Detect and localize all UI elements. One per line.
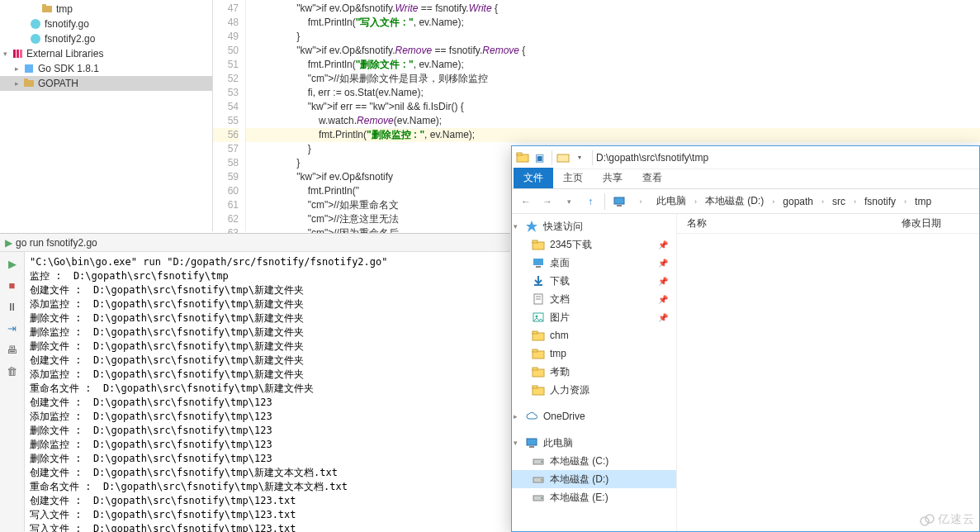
code-line[interactable]: "cm">//如果删除文件是目录，则移除监控 <box>246 72 980 86</box>
titlebar-dropdown-icon[interactable]: ▾ <box>572 150 587 165</box>
crumb-segment[interactable]: 本地磁盘 (D:) <box>702 192 767 210</box>
explorer-titlebar[interactable]: ▣ ▾ D:\gopath\src\fsnotify\tmp <box>512 146 979 169</box>
pc-icon[interactable] <box>610 192 628 211</box>
nav-label: 此电脑 <box>543 436 573 450</box>
pin-icon: 📌 <box>658 259 668 268</box>
crumb-segment[interactable]: 此电脑 <box>653 192 689 210</box>
console-output[interactable]: "C:\Go\bin\go.exe" run "D:/gopath/src/fs… <box>25 252 510 532</box>
tree-label: tmp <box>56 3 73 15</box>
navpane-item[interactable]: 本地磁盘 (E:) <box>512 488 676 506</box>
project-tree: tmpfsnotify.gofsnotify2.go▾External Libr… <box>0 0 213 231</box>
tree-item-tmp[interactable]: tmp <box>0 2 212 17</box>
print-button[interactable]: 🖶 <box>4 341 21 358</box>
navpane-item[interactable]: 2345下载📌 <box>512 235 676 254</box>
navpane-item[interactable]: ▾此电脑 <box>512 434 676 452</box>
svg-rect-34 <box>527 439 537 445</box>
navpane-item[interactable]: 人力资源 <box>512 381 676 399</box>
nav-icon <box>532 473 545 486</box>
rerun-button[interactable]: ▶ <box>4 255 21 272</box>
column-name[interactable]: 名称 <box>677 216 892 230</box>
navpane-item[interactable]: 文档📌 <box>512 290 676 308</box>
code-line[interactable]: w.watch.Remove(ev.Name); <box>246 114 980 128</box>
crumb-segment[interactable]: gopath <box>779 194 817 209</box>
tree-item-go-sdk-1-8-1[interactable]: ▸Go SDK 1.8.1 <box>0 61 212 76</box>
chevron-right-icon[interactable]: › <box>691 196 700 207</box>
navpane-item[interactable]: 本地磁盘 (D:) <box>512 470 676 488</box>
ribbon-tab-0[interactable]: 文件 <box>514 168 553 188</box>
crumb-segment[interactable]: src <box>829 194 849 209</box>
nav-label: 人力资源 <box>550 383 589 397</box>
chevron-right-icon[interactable]: › <box>818 196 827 207</box>
navpane-item[interactable]: tmp <box>512 344 676 363</box>
chevron-right-icon[interactable]: › <box>769 196 778 207</box>
properties-icon[interactable]: ▣ <box>532 150 547 165</box>
nav-icon <box>532 491 545 504</box>
code-line[interactable]: "kw">if ev.Op&fsnotify.Remove == fsnotif… <box>246 44 980 58</box>
crumb-segment[interactable]: fsnotify <box>861 194 899 209</box>
nav-icon <box>532 347 545 360</box>
nav-label: 本地磁盘 (C:) <box>550 454 608 468</box>
code-line[interactable]: } <box>246 30 980 44</box>
navpane-item[interactable]: 下载📌 <box>512 272 676 290</box>
svg-rect-7 <box>25 64 33 73</box>
delete-button[interactable]: 🗑 <box>4 363 21 379</box>
watermark: 亿速云 <box>920 512 975 527</box>
explorer-content[interactable]: 名称 修改日期 <box>677 214 979 531</box>
navpane-item[interactable]: 桌面📌 <box>512 254 676 272</box>
new-folder-icon[interactable] <box>556 150 570 165</box>
stop-button[interactable]: ■ <box>4 277 21 293</box>
ribbon-tab-1[interactable]: 主页 <box>553 168 593 188</box>
crumb-chevron-icon[interactable]: › <box>632 192 650 211</box>
svg-rect-31 <box>533 368 537 370</box>
export-button[interactable]: ⇥ <box>4 320 21 336</box>
navpane-item[interactable]: 考勤 <box>512 363 676 381</box>
nav-icon <box>532 383 545 397</box>
nav-icon <box>532 274 545 287</box>
nav-icon <box>525 436 538 449</box>
nav-icon <box>532 292 545 306</box>
code-line[interactable]: fmt.Println("写入文件 : ", ev.Name); <box>246 16 980 30</box>
nav-icon <box>532 256 545 269</box>
svg-point-25 <box>536 316 538 318</box>
tree-item-fsnotify2-go[interactable]: fsnotify2.go <box>0 31 212 46</box>
chevron-right-icon[interactable]: › <box>850 196 859 207</box>
nav-icon <box>525 410 538 423</box>
run-tab[interactable]: ▶ go run fsnotify2.go <box>0 234 510 252</box>
breadcrumb[interactable]: 此电脑›本地磁盘 (D:)›gopath›src›fsnotify›tmp <box>653 192 935 210</box>
navpane-item[interactable]: ▾快速访问 <box>512 217 676 235</box>
folder-icon <box>515 150 530 165</box>
up-button[interactable]: ↑ <box>581 192 599 211</box>
chevron-right-icon[interactable]: › <box>901 196 910 207</box>
navpane-item[interactable]: ▸OneDrive <box>512 407 676 425</box>
tree-item-fsnotify-go[interactable]: fsnotify.go <box>0 17 212 31</box>
navpane-item[interactable]: chm <box>512 326 676 344</box>
nav-label: 文档 <box>550 292 570 306</box>
back-button[interactable]: ← <box>517 192 535 211</box>
svg-rect-27 <box>533 331 537 334</box>
tree-label: GOPATH <box>38 78 78 89</box>
recent-dropdown-icon[interactable]: ▾ <box>560 192 578 211</box>
svg-rect-0 <box>42 6 52 12</box>
nav-label: 图片 <box>550 311 570 325</box>
code-line[interactable]: "kw">if err == "kw">nil && fi.IsDir() { <box>246 100 980 114</box>
ribbon-tab-3[interactable]: 查看 <box>632 168 672 188</box>
navpane-item[interactable]: 本地磁盘 (C:) <box>512 452 676 470</box>
crumb-segment[interactable]: tmp <box>911 194 935 209</box>
svg-rect-19 <box>536 266 541 268</box>
code-line[interactable]: fi, err := os.Stat(ev.Name); <box>246 86 980 100</box>
pause-button[interactable]: ⏸ <box>4 298 21 315</box>
ribbon-tab-2[interactable]: 共享 <box>593 168 632 188</box>
navpane-item[interactable]: 图片📌 <box>512 308 676 326</box>
column-header[interactable]: 名称 修改日期 <box>677 214 979 234</box>
code-line[interactable]: fmt.Println("删除文件 : ", ev.Name); <box>246 58 980 72</box>
explorer-path: D:\gopath\src\fsnotify\tmp <box>596 152 708 164</box>
forward-button[interactable]: → <box>538 192 556 211</box>
run-panel: ▶ go run fsnotify2.go ▶ ■ ⏸ ⇥ 🖶 🗑 "C:\Go… <box>0 233 510 532</box>
code-line[interactable]: fmt.Println("删除监控 : ", ev.Name); <box>246 128 980 142</box>
svg-rect-13 <box>614 197 624 204</box>
code-line[interactable]: "kw">if ev.Op&fsnotify.Write == fsnotify… <box>246 2 980 16</box>
column-date[interactable]: 修改日期 <box>892 216 979 230</box>
tree-item-gopath-fsnotify-[interactable]: ▸GOPATH <box>0 76 212 91</box>
tree-item-external-libraries[interactable]: ▾External Libraries <box>0 46 212 61</box>
svg-rect-8 <box>24 80 34 87</box>
